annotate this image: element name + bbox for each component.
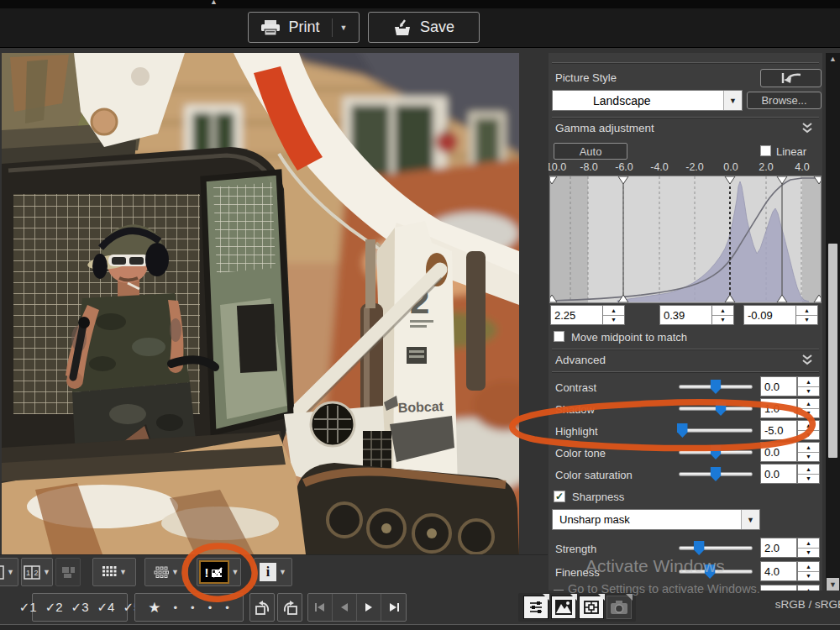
contrast-spinner[interactable]: ▲▼ [797, 376, 820, 396]
dropdown-arrow-icon[interactable]: ▼ [279, 568, 286, 576]
collapse-arrow-icon[interactable]: ▲ [210, 0, 218, 6]
gamma-right-input[interactable]: -0.09 [743, 305, 796, 325]
navigator-palette-button[interactable] [579, 596, 604, 619]
scroll-up-icon[interactable]: ▲ [826, 55, 840, 63]
scrollbar-thumb[interactable] [828, 244, 837, 458]
picture-style-combo-arrow-icon[interactable]: ▼ [723, 91, 742, 110]
save-button[interactable]: Save [368, 12, 480, 43]
shadow-spinner[interactable]: ▲▼ [797, 398, 820, 418]
print-dropdown-arrow-icon[interactable]: ▼ [340, 24, 348, 32]
sharpness-checkbox[interactable]: ✓ [554, 491, 565, 502]
first-image-button[interactable] [308, 594, 333, 621]
gamma-left-input[interactable]: 2.25 [550, 305, 603, 325]
camera-palette-button [606, 596, 632, 619]
preview-marks-button[interactable]: ! ▼ [197, 558, 241, 586]
rotate-left-button[interactable] [249, 593, 275, 622]
divider [552, 117, 819, 118]
gamma-left-spinner[interactable]: ▲▼ [602, 305, 625, 325]
gamma-mid-spinner[interactable]: ▲▼ [711, 305, 734, 325]
sharpness-mode-combo[interactable]: Unsharp mask ▼ [552, 509, 760, 530]
info-button[interactable]: i ▼ [254, 558, 292, 586]
dropdown-arrow-icon[interactable]: ▼ [232, 568, 239, 576]
single-view-button[interactable]: 1 ▼ [0, 558, 18, 586]
dropdown-arrow-icon[interactable]: ▼ [171, 568, 179, 576]
save-icon [393, 19, 412, 36]
checkmark-2-button[interactable]: ✓2 [41, 600, 67, 615]
advanced-collapse-chevron-icon[interactable] [801, 354, 814, 365]
rating-dot-icon[interactable]: • [167, 601, 185, 614]
palette-switch-group [518, 593, 636, 622]
checkmark-3-button[interactable]: ✓3 [67, 600, 93, 615]
highlight-value-input[interactable]: -5.0 [760, 420, 797, 440]
fineness-value-input[interactable]: 4.0 [760, 561, 797, 581]
slider-label-color-saturation: Color saturation [555, 469, 633, 481]
color-saturation-value-input[interactable]: 0.0 [760, 464, 797, 484]
fineness-spinner[interactable]: ▲▼ [797, 561, 820, 581]
linear-checkbox[interactable] [760, 145, 771, 156]
multi-layout-button [55, 558, 81, 586]
star-icon[interactable]: ★ [142, 599, 166, 617]
midpoint-checkbox[interactable] [554, 331, 564, 342]
dropdown-arrow-icon[interactable]: ▼ [119, 568, 127, 576]
highlight-slider-track[interactable] [679, 428, 753, 433]
checkmark-4-button[interactable]: ✓4 [92, 600, 118, 615]
dropdown-arrow-icon[interactable]: ▼ [43, 568, 50, 576]
preview-palette-button[interactable] [551, 596, 576, 619]
compare-view-button[interactable]: 12 ▼ [21, 558, 53, 586]
picture-style-combo[interactable]: Landscape ▼ [552, 90, 743, 111]
thumbnail-small-button[interactable]: ▼ [144, 558, 188, 586]
gamma-histogram[interactable] [549, 176, 822, 303]
color-saturation-slider-track[interactable] [679, 472, 753, 476]
contrast-value-input[interactable]: 0.0 [760, 376, 797, 396]
shadow-value-input[interactable]: 1.0 [760, 398, 797, 418]
tick-label: -10.0 [549, 161, 572, 173]
rating-dot-icon[interactable]: • [184, 601, 202, 614]
browse-button[interactable]: Browse... [747, 92, 822, 109]
reset-button[interactable] [760, 69, 822, 87]
shadow-slider-track[interactable] [679, 407, 753, 411]
midpoint-label: Move midpoint to match [571, 331, 687, 344]
top-toolbar: Print ▼ Save [0, 8, 840, 48]
color-tone-value-input[interactable]: 0.0 [760, 442, 797, 462]
color-saturation-slider-thumb[interactable] [711, 467, 722, 481]
shadow-slider-thumb[interactable] [716, 402, 727, 416]
color-tone-value: 0.0 [764, 446, 780, 459]
previous-image-button[interactable] [333, 594, 357, 621]
strength-slider-track[interactable] [679, 546, 753, 550]
rotate-right-button[interactable] [277, 593, 302, 622]
dropdown-arrow-icon[interactable]: ▼ [7, 568, 14, 576]
bottom-strip [0, 625, 840, 630]
gamma-mid-input[interactable]: 0.39 [659, 305, 712, 325]
contrast-slider-track[interactable] [679, 385, 753, 389]
strength-spinner[interactable]: ▲▼ [797, 538, 820, 558]
thumbnail-grid-button[interactable]: ▼ [92, 558, 136, 586]
panel-scrollbar[interactable]: ▲ ▼ [826, 53, 840, 593]
fineness-slider-track[interactable] [679, 570, 753, 574]
rating-dot-icon[interactable]: • [202, 601, 219, 614]
highlight-spinner[interactable]: ▲▼ [797, 420, 820, 440]
print-button[interactable]: Print ▼ [248, 12, 360, 43]
checkmark-1-button[interactable]: ✓1 [15, 600, 41, 615]
fineness-slider-thumb[interactable] [705, 564, 716, 579]
photo-preview[interactable]: 2 Bobcat [2, 53, 519, 554]
color-saturation-spinner[interactable]: ▲▼ [797, 464, 820, 484]
last-image-button[interactable] [381, 594, 406, 621]
scroll-down-icon[interactable]: ▼ [827, 578, 839, 591]
gamma-right-spinner[interactable]: ▲▼ [795, 305, 818, 325]
contrast-slider-thumb[interactable] [711, 380, 722, 394]
highlight-slider-thumb[interactable] [677, 423, 688, 438]
auto-button[interactable]: Auto [554, 143, 627, 160]
color-tone-slider-track[interactable] [679, 450, 753, 454]
color-tone-slider-thumb[interactable] [711, 445, 722, 459]
strength-slider-thumb[interactable] [694, 541, 705, 555]
rotate-left-icon [255, 601, 270, 615]
gamma-collapse-chevron-icon[interactable] [801, 122, 814, 134]
sharpness-label: Sharpness [572, 491, 624, 503]
color-space-status: sRGB / sRGB [775, 598, 840, 611]
color-tone-spinner[interactable]: ▲▼ [797, 442, 820, 462]
tool-palette-button[interactable] [523, 596, 549, 619]
strength-value-input[interactable]: 2.0 [760, 538, 797, 558]
sharpness-combo-arrow-icon[interactable]: ▼ [741, 510, 759, 529]
rating-dot-icon[interactable]: • [218, 601, 236, 614]
next-image-button[interactable] [357, 594, 381, 621]
